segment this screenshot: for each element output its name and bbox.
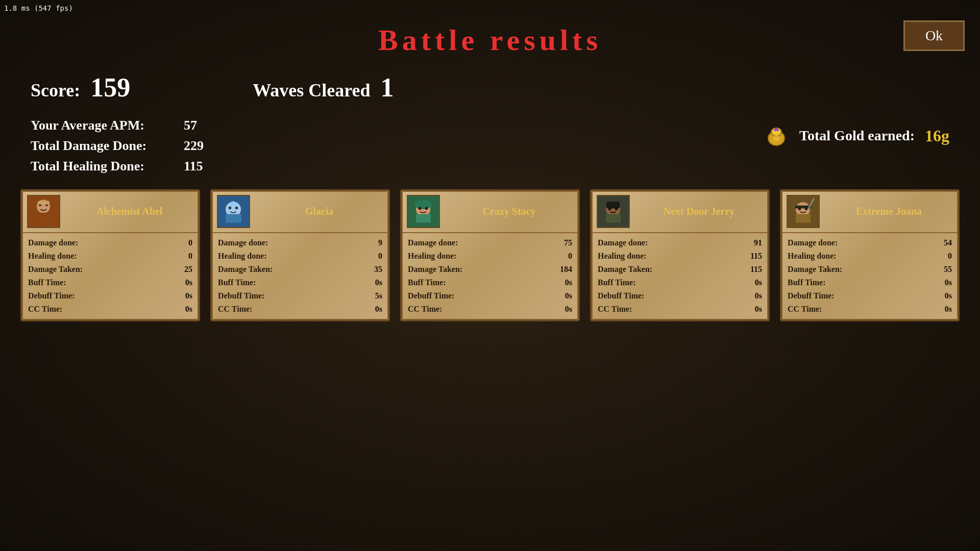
damage-done-value: 229 xyxy=(184,138,204,154)
card-debuff-time-row-2: Debuff Time: 0s xyxy=(408,291,572,300)
svg-point-16 xyxy=(235,207,238,210)
card-stats-2: Damage done: 75 Healing done: 0 Damage T… xyxy=(402,238,578,314)
card-damage-done-row-1: Damage done: 9 xyxy=(218,238,382,247)
card-avatar-4 xyxy=(787,195,820,228)
healing-done-label: Total Healing Done: xyxy=(31,159,174,174)
card-stats-1: Damage done: 9 Healing done: 0 Damage Ta… xyxy=(212,238,388,314)
card-header-1: Glacia xyxy=(212,191,388,233)
char-card-2: Crazy Stacy Damage done: 75 Healing done… xyxy=(400,189,580,321)
card-stats-3: Damage done: 91 Healing done: 115 Damage… xyxy=(592,238,768,314)
score-label: Score: xyxy=(31,80,80,101)
char-card-1: Glacia Damage done: 9 Healing done: 0 Da… xyxy=(210,189,390,321)
left-stats: Your Average APM: 57 Total Damage Done: … xyxy=(31,118,204,174)
card-buff-time-row-3: Buff Time: 0s xyxy=(598,278,762,287)
svg-point-15 xyxy=(229,207,232,210)
card-healing-done-row-4: Healing done: 0 xyxy=(788,252,952,261)
cards-section: Alchemist Abel Damage done: 0 Healing do… xyxy=(0,179,980,332)
card-damage-taken-row-3: Damage Taken: 115 xyxy=(598,265,762,274)
card-name-3: Next Door Jerry xyxy=(635,206,763,217)
ok-button[interactable]: Ok xyxy=(903,20,965,51)
svg-point-21 xyxy=(419,207,422,210)
card-damage-done-row-2: Damage done: 75 xyxy=(408,238,572,247)
card-cc-time-row-0: CC Time: 0s xyxy=(28,305,192,314)
svg-point-33 xyxy=(798,208,801,211)
card-damage-done-row-3: Damage done: 91 xyxy=(598,238,762,247)
apm-row: Your Average APM: 57 xyxy=(31,118,204,133)
card-avatar-3 xyxy=(597,195,630,228)
svg-point-20 xyxy=(414,200,432,210)
svg-rect-31 xyxy=(796,214,811,223)
svg-rect-19 xyxy=(416,214,431,223)
svg-rect-13 xyxy=(226,214,241,223)
card-stats-4: Damage done: 54 Healing done: 0 Damage T… xyxy=(781,238,958,314)
damage-done-row: Total Damage Done: 229 xyxy=(31,138,204,154)
card-cc-time-row-1: CC Time: 0s xyxy=(218,305,382,314)
card-buff-time-row-2: Buff Time: 0s xyxy=(408,278,572,287)
score-section: Score: 159 xyxy=(31,72,130,103)
card-avatar-1 xyxy=(217,195,250,228)
svg-point-28 xyxy=(615,208,618,211)
card-name-4: Extreme Joana xyxy=(825,206,953,217)
score-waves-row: Score: 159 Waves Cleared 1 xyxy=(0,57,980,103)
char-card-3: Next Door Jerry Damage done: 91 Healing … xyxy=(590,189,770,321)
card-damage-taken-row-1: Damage Taken: 35 xyxy=(218,265,382,274)
fps-counter: 1.8 ms (547 fps) xyxy=(4,4,73,12)
damage-done-label: Total Damage Done: xyxy=(31,138,174,154)
svg-point-27 xyxy=(608,208,611,211)
card-debuff-time-row-0: Debuff Time: 0s xyxy=(28,291,192,300)
right-stats: Total Gold earned: 16g xyxy=(764,118,949,148)
card-name-0: Alchemist Abel xyxy=(65,206,193,217)
page-title: Battle results xyxy=(0,0,980,57)
apm-label: Your Average APM: xyxy=(31,118,174,133)
card-damage-taken-row-4: Damage Taken: 55 xyxy=(788,265,952,274)
healing-done-value: 115 xyxy=(184,159,203,174)
card-header-4: Extreme Joana xyxy=(781,191,958,233)
svg-point-4 xyxy=(773,135,779,141)
card-buff-time-row-1: Buff Time: 0s xyxy=(218,278,382,287)
card-healing-done-row-3: Healing done: 115 xyxy=(598,252,762,261)
score-value: 159 xyxy=(90,72,130,103)
card-name-2: Crazy Stacy xyxy=(445,206,573,217)
card-header-0: Alchemist Abel xyxy=(22,191,199,233)
card-cc-time-row-4: CC Time: 0s xyxy=(788,305,952,314)
healing-done-row: Total Healing Done: 115 xyxy=(31,159,204,174)
card-damage-taken-row-0: Damage Taken: 25 xyxy=(28,265,192,274)
apm-value: 57 xyxy=(184,118,197,133)
card-header-3: Next Door Jerry xyxy=(592,191,768,233)
card-debuff-time-row-3: Debuff Time: 0s xyxy=(598,291,762,300)
card-name-1: Glacia xyxy=(255,206,383,217)
card-avatar-0 xyxy=(27,195,60,228)
card-healing-done-row-1: Healing done: 0 xyxy=(218,252,382,261)
stats-section: Your Average APM: 57 Total Damage Done: … xyxy=(0,103,980,174)
card-debuff-time-row-1: Debuff Time: 5s xyxy=(218,291,382,300)
card-cc-time-row-3: CC Time: 0s xyxy=(598,305,762,314)
card-damage-done-row-0: Damage done: 0 xyxy=(28,238,192,247)
char-card-4: Extreme Joana Damage done: 54 Healing do… xyxy=(780,189,960,321)
svg-rect-26 xyxy=(606,202,620,208)
card-buff-time-row-0: Buff Time: 0s xyxy=(28,278,192,287)
card-debuff-time-row-4: Debuff Time: 0s xyxy=(788,291,952,300)
card-cc-time-row-2: CC Time: 0s xyxy=(408,305,572,314)
card-stats-0: Damage done: 0 Healing done: 0 Damage Ta… xyxy=(22,238,199,314)
char-card-0: Alchemist Abel Damage done: 0 Healing do… xyxy=(20,189,200,321)
card-damage-done-row-4: Damage done: 54 xyxy=(788,238,952,247)
card-avatar-2 xyxy=(407,195,440,228)
gold-label: Total Gold earned: xyxy=(799,128,915,144)
waves-cleared-label: Waves Cleared xyxy=(253,80,370,101)
card-healing-done-row-0: Healing done: 0 xyxy=(28,252,192,261)
svg-rect-7 xyxy=(37,213,51,222)
svg-rect-25 xyxy=(606,214,621,223)
card-buff-time-row-4: Buff Time: 0s xyxy=(788,278,952,287)
gold-icon xyxy=(764,123,789,148)
svg-rect-10 xyxy=(38,201,50,205)
gold-value: 16g xyxy=(925,127,949,145)
card-header-2: Crazy Stacy xyxy=(402,191,578,233)
card-healing-done-row-2: Healing done: 0 xyxy=(408,252,572,261)
waves-cleared-value: 1 xyxy=(381,72,394,103)
card-damage-taken-row-2: Damage Taken: 184 xyxy=(408,265,572,274)
svg-point-22 xyxy=(425,207,428,210)
waves-section: Waves Cleared 1 xyxy=(253,72,394,103)
